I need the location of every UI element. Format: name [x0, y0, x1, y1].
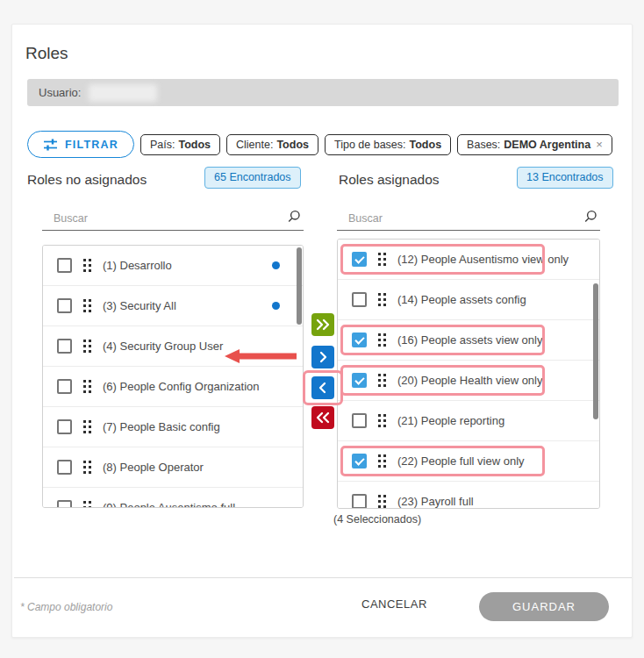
- role-checkbox[interactable]: [352, 494, 367, 509]
- chip-value: Todos: [178, 139, 211, 151]
- assigned-panel-title: Roles asignados: [339, 172, 440, 188]
- role-checkbox[interactable]: [352, 454, 367, 468]
- role-checkbox[interactable]: [57, 460, 72, 475]
- role-label: (14) People assets config: [397, 293, 526, 306]
- role-list-item[interactable]: (16) People assets view only: [338, 320, 599, 361]
- cancel-button[interactable]: CANCELAR: [361, 597, 427, 611]
- unassigned-search: [42, 206, 304, 231]
- drag-handle-icon[interactable]: [83, 380, 92, 393]
- drag-handle-icon[interactable]: [83, 299, 92, 312]
- annotation-highlight-move-left: [303, 370, 343, 405]
- unassigned-count-badge: 65 Encontrados: [204, 167, 301, 189]
- user-bar: Usuario:: [27, 79, 619, 106]
- move-all-right-button[interactable]: [311, 313, 334, 336]
- chip-value: Todos: [276, 139, 309, 151]
- move-left-button[interactable]: [311, 376, 334, 399]
- drag-handle-icon[interactable]: [378, 454, 387, 468]
- role-list-item[interactable]: (7) People Basic config: [43, 407, 303, 447]
- double-chevron-right-icon: [311, 313, 334, 336]
- role-checkbox[interactable]: [352, 373, 367, 388]
- drag-handle-icon[interactable]: [83, 259, 92, 272]
- role-list-item[interactable]: (23) Payroll full: [338, 482, 599, 509]
- chip-label: Cliente:: [236, 139, 273, 151]
- status-dot: [272, 261, 280, 269]
- chip-label: Bases:: [467, 139, 500, 151]
- role-checkbox[interactable]: [57, 258, 72, 273]
- assigned-count-badge: 13 Encontrados: [517, 167, 613, 189]
- role-list-item[interactable]: (12) People Ausentismo view only: [338, 240, 599, 280]
- scrollbar-thumb[interactable]: [593, 283, 598, 419]
- drag-handle-icon[interactable]: [378, 374, 387, 387]
- role-list-item[interactable]: (14) People assets config: [338, 280, 599, 320]
- move-all-left-button[interactable]: [311, 406, 334, 429]
- save-button[interactable]: GUARDAR: [479, 592, 609, 621]
- role-checkbox[interactable]: [352, 252, 367, 267]
- role-list-item[interactable]: (3) Security All: [43, 286, 303, 326]
- chip-value: Todos: [410, 139, 442, 151]
- role-label: (20) People Health view only: [397, 374, 542, 387]
- role-label: (21) People reporting: [397, 414, 504, 427]
- unassigned-search-input[interactable]: [42, 212, 287, 225]
- assigned-search: [337, 206, 600, 231]
- selection-summary: (4 Seleccionados): [333, 513, 421, 526]
- role-checkbox[interactable]: [57, 500, 72, 508]
- drag-handle-icon[interactable]: [83, 420, 92, 433]
- role-checkbox[interactable]: [57, 339, 72, 354]
- role-list-item[interactable]: (8) People Operator: [43, 447, 303, 488]
- status-dot: [272, 302, 280, 310]
- filter-chip[interactable]: Cliente: Todos: [226, 134, 318, 155]
- drag-handle-icon[interactable]: [83, 501, 92, 508]
- role-label: (22) People full view only: [397, 454, 525, 468]
- filter-row: FILTRAR País: Todos Cliente: Todos Tipo …: [27, 131, 612, 158]
- drag-handle-icon[interactable]: [83, 340, 92, 353]
- required-note: * Campo obligatorio: [20, 601, 112, 613]
- role-list-item[interactable]: (22) People full view only: [338, 441, 599, 482]
- search-icon[interactable]: [583, 210, 597, 227]
- role-label: (4) Security Group User: [103, 340, 223, 353]
- role-list-item[interactable]: (6) People Config Organization: [43, 367, 303, 407]
- filter-button[interactable]: FILTRAR: [27, 131, 134, 158]
- role-checkbox[interactable]: [57, 379, 72, 394]
- redacted-username: [89, 84, 157, 102]
- filter-chip[interactable]: Tipo de bases: Todos: [325, 134, 451, 155]
- filter-chip[interactable]: Bases: DEMO Argentina ×: [457, 134, 612, 155]
- role-label: (1) Desarrollo: [103, 259, 172, 272]
- close-icon[interactable]: ×: [596, 138, 603, 151]
- filter-chip[interactable]: País: Todos: [140, 134, 220, 155]
- chip-label: País:: [150, 139, 175, 151]
- role-label: (7) People Basic config: [103, 420, 220, 433]
- user-label: Usuario:: [39, 86, 81, 99]
- roles-dialog: Roles Usuario: FILTRAR País: Todos Clien…: [11, 24, 633, 638]
- search-icon[interactable]: [287, 210, 301, 227]
- unassigned-rows: (1) Desarrollo (3) Security All (4) Secu…: [43, 246, 303, 508]
- filter-chips: País: Todos Cliente: Todos Tipo de bases…: [140, 134, 612, 155]
- role-checkbox[interactable]: [57, 298, 72, 313]
- role-list-item[interactable]: (21) People reporting: [338, 401, 599, 441]
- drag-handle-icon[interactable]: [378, 253, 387, 266]
- unassigned-panel-title: Roles no asignados: [27, 172, 147, 188]
- chip-label: Tipo de bases:: [334, 139, 406, 151]
- role-label: (9) People Ausentismo full: [103, 501, 235, 508]
- assigned-search-input[interactable]: [337, 212, 583, 225]
- scrollbar-thumb[interactable]: [297, 247, 302, 325]
- drag-handle-icon[interactable]: [83, 461, 92, 474]
- move-right-button[interactable]: [311, 346, 334, 368]
- role-checkbox[interactable]: [57, 419, 72, 434]
- role-list-item[interactable]: (4) Security Group User: [43, 326, 303, 367]
- drag-handle-icon[interactable]: [378, 495, 387, 508]
- drag-handle-icon[interactable]: [378, 293, 387, 306]
- chevron-right-icon: [311, 346, 334, 368]
- role-list-item[interactable]: (20) People Health view only: [338, 361, 599, 401]
- drag-handle-icon[interactable]: [378, 333, 387, 347]
- role-label: (8) People Operator: [103, 461, 204, 474]
- drag-handle-icon[interactable]: [378, 414, 387, 427]
- assigned-role-list: (12) People Ausentismo view only (14) Pe…: [337, 239, 600, 509]
- role-checkbox[interactable]: [352, 413, 367, 428]
- role-list-item[interactable]: (1) Desarrollo: [43, 246, 303, 286]
- filter-button-label: FILTRAR: [65, 139, 118, 151]
- role-checkbox[interactable]: [352, 292, 367, 307]
- role-checkbox[interactable]: [352, 333, 367, 347]
- footer-divider: [14, 577, 632, 578]
- double-chevron-left-icon: [311, 406, 334, 429]
- role-list-item[interactable]: (9) People Ausentismo full: [43, 488, 303, 508]
